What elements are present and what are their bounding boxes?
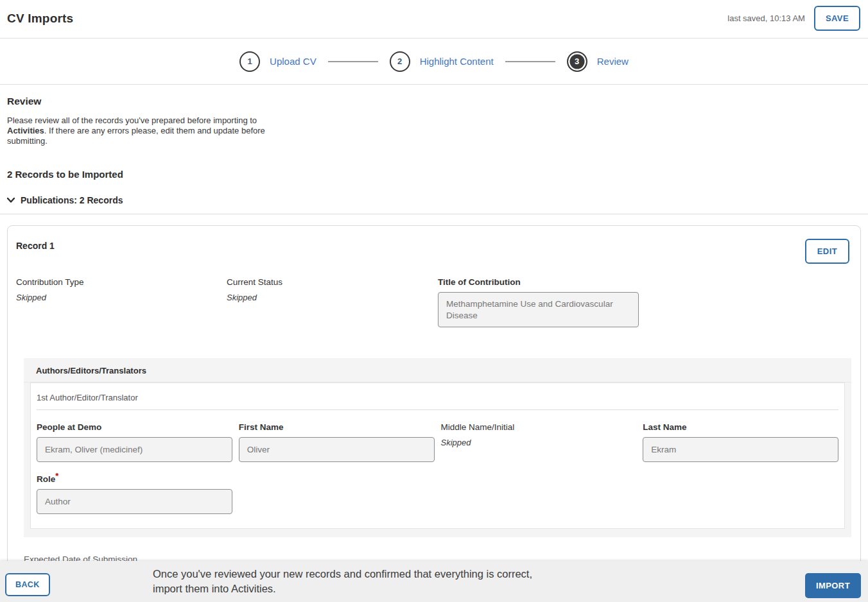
step-1-label: Upload CV bbox=[270, 56, 317, 67]
record-title: Record 1 bbox=[16, 241, 851, 251]
review-description-part1: Please review all of the records you've … bbox=[7, 116, 257, 125]
step-review[interactable]: 3 Review bbox=[567, 51, 629, 72]
footer-message: Once you've reviewed your new records an… bbox=[153, 567, 564, 597]
role-field: Role* Author bbox=[37, 474, 232, 514]
step-3-circle: 3 bbox=[567, 51, 587, 72]
publications-group-title: Publications: 2 Records bbox=[21, 195, 123, 205]
save-button[interactable]: SAVE bbox=[814, 6, 860, 31]
current-status-label: Current Status bbox=[227, 277, 438, 287]
title-of-contribution-input: Methamphetamine Use and Cardiovascular D… bbox=[438, 292, 639, 327]
main-content: Review Please review all of the records … bbox=[0, 96, 868, 602]
review-description: Please review all of the records you've … bbox=[7, 116, 297, 146]
contribution-type-label: Contribution Type bbox=[16, 277, 227, 287]
middle-name-field: Middle Name/Initial Skipped bbox=[441, 422, 637, 462]
step-2-circle: 2 bbox=[390, 51, 410, 72]
step-upload-cv[interactable]: 1 Upload CV bbox=[239, 51, 317, 72]
header-actions: last saved, 10:13 AM SAVE bbox=[727, 6, 860, 31]
people-at-demo-field: People at Demo Ekram, Oliver (medicinef) bbox=[37, 422, 232, 462]
review-heading: Review bbox=[7, 96, 861, 107]
step-connector bbox=[328, 61, 378, 62]
step-connector bbox=[505, 61, 555, 62]
last-saved-status: last saved, 10:13 AM bbox=[727, 13, 805, 23]
publications-group-toggle[interactable]: Publications: 2 Records bbox=[7, 195, 861, 205]
edit-record-button[interactable]: EDIT bbox=[805, 239, 849, 264]
wizard-stepper: 1 Upload CV 2 Highlight Content 3 Review bbox=[0, 39, 868, 85]
first-name-field: First Name Oliver bbox=[239, 422, 435, 462]
first-name-input: Oliver bbox=[239, 437, 435, 462]
import-button[interactable]: IMPORT bbox=[805, 573, 861, 598]
required-asterisk: * bbox=[55, 471, 58, 481]
first-name-label: First Name bbox=[239, 422, 435, 432]
last-name-label: Last Name bbox=[643, 422, 838, 432]
record-card: Record 1 EDIT Contribution Type Skipped … bbox=[7, 225, 861, 602]
records-summary: 2 Records to be Imported bbox=[7, 169, 861, 180]
middle-name-value: Skipped bbox=[441, 438, 637, 447]
footer-action-bar: BACK Once you've reviewed your new recor… bbox=[0, 561, 868, 602]
title-of-contribution-label: Title of Contribution bbox=[438, 277, 851, 287]
author-entry-label: 1st Author/Editor/Translator bbox=[37, 393, 838, 410]
review-description-activities: Activities bbox=[7, 126, 44, 135]
divider bbox=[0, 214, 868, 214]
review-description-part2: . If there are any errors please, edit t… bbox=[7, 126, 265, 146]
people-at-demo-label: People at Demo bbox=[37, 422, 232, 432]
last-name-input: Ekram bbox=[643, 437, 838, 462]
role-label: Role* bbox=[37, 474, 232, 484]
current-status-value: Skipped bbox=[227, 293, 438, 302]
contribution-type-value: Skipped bbox=[16, 293, 227, 302]
page-header: CV Imports last saved, 10:13 AM SAVE bbox=[0, 0, 868, 39]
step-highlight-content[interactable]: 2 Highlight Content bbox=[390, 51, 494, 72]
step-3-label: Review bbox=[597, 56, 629, 67]
people-at-demo-input: Ekram, Oliver (medicinef) bbox=[37, 437, 232, 462]
role-input: Author bbox=[37, 489, 232, 514]
author-fields-row: People at Demo Ekram, Oliver (medicinef)… bbox=[37, 422, 838, 462]
last-name-field: Last Name Ekram bbox=[643, 422, 838, 462]
step-1-circle: 1 bbox=[239, 51, 260, 72]
contribution-type-field: Contribution Type Skipped bbox=[16, 277, 227, 327]
title-of-contribution-field: Title of Contribution Methamphetamine Us… bbox=[438, 277, 851, 327]
author-entry-panel: 1st Author/Editor/Translator People at D… bbox=[30, 383, 845, 529]
back-button[interactable]: BACK bbox=[5, 573, 50, 596]
authors-section-heading: Authors/Editors/Translators bbox=[24, 358, 851, 383]
chevron-down-icon bbox=[7, 198, 15, 203]
record-summary-fields: Contribution Type Skipped Current Status… bbox=[16, 277, 851, 327]
step-2-label: Highlight Content bbox=[420, 56, 494, 67]
current-status-field: Current Status Skipped bbox=[227, 277, 438, 327]
authors-editors-translators-section: Authors/Editors/Translators 1st Author/E… bbox=[24, 358, 851, 537]
middle-name-label: Middle Name/Initial bbox=[441, 422, 637, 432]
